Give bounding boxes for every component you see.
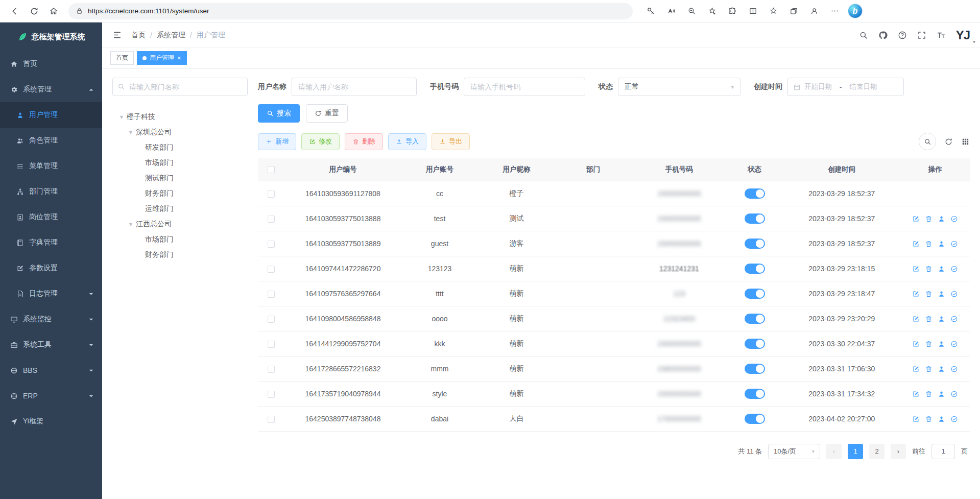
user-avatar[interactable]: YJ▾	[956, 29, 970, 41]
font-size-icon[interactable]	[937, 31, 946, 40]
sidebar-item-dept-mgmt[interactable]: 部门管理	[0, 179, 102, 204]
tree-node[interactable]: 财务部门	[112, 247, 248, 263]
assign-role-icon[interactable]	[950, 415, 958, 423]
delete-user-icon[interactable]	[925, 240, 933, 248]
sidebar-item-system-tools[interactable]: 系统工具	[0, 332, 102, 358]
browser-back-button[interactable]	[6, 3, 23, 19]
status-toggle[interactable]	[745, 213, 765, 224]
delete-user-icon[interactable]	[925, 415, 933, 423]
row-checkbox[interactable]	[268, 391, 275, 398]
delete-user-icon[interactable]	[925, 390, 933, 398]
row-checkbox[interactable]	[268, 241, 275, 248]
sidebar-item-system-mgmt[interactable]: 系统管理	[0, 77, 102, 102]
reset-password-icon[interactable]	[938, 240, 945, 248]
reset-password-icon[interactable]	[938, 390, 945, 398]
assign-role-icon[interactable]	[950, 315, 958, 323]
sidebar-item-log-mgmt[interactable]: 日志管理	[0, 281, 102, 306]
sidebar-item-menu-mgmt[interactable]: 菜单管理	[0, 153, 102, 179]
address-bar[interactable]: https://ccnetcore.com:1101/system/user	[68, 3, 633, 19]
tree-node[interactable]: ▼深圳总公司	[112, 125, 248, 140]
delete-user-icon[interactable]	[925, 340, 933, 348]
reset-password-icon[interactable]	[938, 365, 945, 373]
sidebar-item-param-settings[interactable]: 参数设置	[0, 255, 102, 281]
browser-profile-button[interactable]	[805, 3, 823, 19]
page-size-select[interactable]: 10条/页▾	[768, 444, 820, 459]
status-toggle[interactable]	[745, 289, 765, 299]
tree-node[interactable]: 市场部门	[112, 232, 248, 247]
reset-password-icon[interactable]	[938, 315, 945, 323]
zoom-out-button[interactable]	[683, 3, 700, 19]
status-toggle[interactable]	[745, 188, 765, 199]
close-tab-icon[interactable]: ×	[177, 55, 181, 61]
row-checkbox[interactable]	[268, 191, 275, 198]
edit-user-icon[interactable]	[912, 290, 920, 298]
status-toggle[interactable]	[745, 314, 765, 324]
header-search-icon[interactable]	[859, 31, 868, 40]
goto-page-input[interactable]	[931, 444, 955, 459]
edit-user-icon[interactable]	[912, 390, 920, 398]
password-key-button[interactable]	[642, 3, 659, 19]
edit-user-icon[interactable]	[912, 215, 920, 223]
sidebar-item-system-monitor[interactable]: 系统监控	[0, 306, 102, 332]
tab-user-mgmt[interactable]: 用户管理×	[137, 51, 187, 65]
import-button[interactable]: 导入	[388, 133, 426, 150]
edit-user-icon[interactable]	[912, 365, 920, 373]
assign-role-icon[interactable]	[950, 240, 958, 248]
sidebar-item-post-mgmt[interactable]: 岗位管理	[0, 204, 102, 230]
sidebar-item-user-mgmt[interactable]: 用户管理	[0, 102, 102, 128]
page-button-1[interactable]: 1	[848, 444, 863, 459]
row-checkbox[interactable]	[268, 316, 275, 323]
tree-expand-icon[interactable]: ▼	[126, 129, 136, 135]
row-checkbox[interactable]	[268, 366, 275, 373]
assign-role-icon[interactable]	[950, 365, 958, 373]
sidebar-item-dict-mgmt[interactable]: 字典管理	[0, 230, 102, 255]
tree-node[interactable]: 研发部门	[112, 140, 248, 155]
assign-role-icon[interactable]	[950, 265, 958, 273]
reset-button[interactable]: 重置	[306, 104, 348, 123]
column-settings-button[interactable]	[961, 137, 970, 146]
tree-expand-icon[interactable]: ▼	[126, 221, 136, 227]
assign-role-icon[interactable]	[950, 215, 958, 223]
assign-role-icon[interactable]	[950, 340, 958, 348]
github-icon[interactable]	[878, 31, 888, 40]
tree-node[interactable]: ▼橙子科技	[112, 109, 248, 125]
browser-settings-button[interactable]	[826, 3, 843, 19]
add-favorite-button[interactable]	[703, 3, 721, 19]
edit-user-icon[interactable]	[912, 265, 920, 273]
breadcrumb-item[interactable]: 首页	[131, 31, 146, 40]
page-button-2[interactable]: 2	[869, 444, 885, 459]
date-range-picker[interactable]: 开始日期 - 结束日期	[787, 78, 904, 96]
table-refresh-button[interactable]	[944, 137, 953, 146]
sidebar-item-yi-framework[interactable]: Yi框架	[0, 409, 102, 434]
edit-user-icon[interactable]	[912, 340, 920, 348]
export-button[interactable]: 导出	[432, 133, 470, 150]
status-toggle[interactable]	[745, 339, 765, 349]
reset-password-icon[interactable]	[938, 290, 945, 298]
delete-user-icon[interactable]	[925, 290, 933, 298]
row-checkbox[interactable]	[268, 291, 275, 298]
add-button[interactable]: 新增	[258, 133, 296, 150]
phone-input[interactable]	[464, 78, 585, 96]
edit-user-icon[interactable]	[912, 415, 920, 423]
breadcrumb-item[interactable]: 系统管理	[157, 31, 185, 40]
fullscreen-icon[interactable]	[917, 31, 926, 40]
delete-user-icon[interactable]	[925, 265, 933, 273]
status-toggle[interactable]	[745, 414, 765, 424]
modify-button[interactable]: 修改	[301, 133, 340, 150]
split-screen-button[interactable]	[744, 3, 761, 19]
help-icon[interactable]	[898, 31, 907, 40]
department-search-input[interactable]	[112, 78, 248, 96]
browser-home-button[interactable]	[45, 3, 62, 19]
status-toggle[interactable]	[745, 239, 765, 249]
reset-password-icon[interactable]	[938, 340, 945, 348]
assign-role-icon[interactable]	[950, 390, 958, 398]
tree-node[interactable]: ▼江西总公司	[112, 217, 248, 232]
delete-user-icon[interactable]	[925, 215, 933, 223]
tree-node[interactable]: 测试部门	[112, 171, 248, 186]
status-toggle[interactable]	[745, 264, 765, 274]
next-page-button[interactable]: ›	[891, 444, 906, 459]
tree-node[interactable]: 财务部门	[112, 186, 248, 201]
reset-password-icon[interactable]	[938, 415, 945, 423]
row-checkbox[interactable]	[268, 216, 275, 223]
delete-user-icon[interactable]	[925, 315, 933, 323]
